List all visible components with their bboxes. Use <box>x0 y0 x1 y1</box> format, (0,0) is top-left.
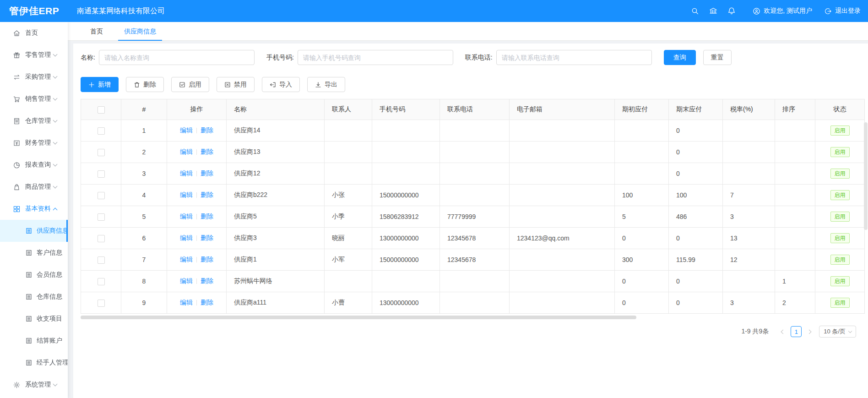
divider <box>196 171 197 176</box>
add-button[interactable]: 新增 <box>81 77 119 92</box>
edit-link[interactable]: 编辑 <box>180 126 193 134</box>
edit-link[interactable]: 编辑 <box>180 234 193 241</box>
gear-icon <box>13 381 21 389</box>
table-row: 9 编辑删除 供应商a111 小曹 13000000000 0 0 3 2 启用 <box>81 292 865 314</box>
vertical-scrollbar[interactable] <box>864 122 868 230</box>
user-menu[interactable]: 欢迎您, 测试用户 <box>753 7 812 15</box>
edit-link[interactable]: 编辑 <box>180 213 193 220</box>
sales-icon <box>13 95 21 103</box>
sidebar-item-member-info[interactable]: 会员信息 <box>0 264 68 286</box>
row-checkbox[interactable] <box>98 127 105 135</box>
sidebar-item-warehouse[interactable]: 仓库管理 <box>0 110 68 132</box>
bell-icon[interactable] <box>722 0 741 22</box>
tel-input[interactable] <box>496 50 652 65</box>
cell-actions: 编辑删除 <box>167 185 227 206</box>
sidebar-item-purchase[interactable]: 采购管理 <box>0 66 68 88</box>
cell-email <box>510 185 615 206</box>
user-icon <box>753 7 760 15</box>
sidebar-item-handler-manage[interactable]: 经手人管理 <box>0 352 68 374</box>
row-checkbox[interactable] <box>98 149 105 156</box>
sidebar-item-basedata[interactable]: 基本资料 <box>0 198 68 220</box>
row-checkbox[interactable] <box>98 170 105 178</box>
prev-page-button[interactable] <box>777 326 788 337</box>
edit-link[interactable]: 编辑 <box>180 169 193 177</box>
edit-link[interactable]: 编辑 <box>180 148 193 155</box>
sidebar-item-income-expense[interactable]: 收支项目 <box>0 308 68 330</box>
goods-icon <box>13 183 21 191</box>
logout-button[interactable]: 退出登录 <box>824 7 861 15</box>
sidebar-item-customer-info[interactable]: 客户信息 <box>0 242 68 264</box>
delete-link[interactable]: 删除 <box>201 277 213 284</box>
cell-end-payable: 0 <box>669 120 723 142</box>
sidebar-item-sales[interactable]: 销售管理 <box>0 88 68 110</box>
doc-icon <box>26 338 32 344</box>
row-checkbox[interactable] <box>98 256 105 264</box>
status-badge: 启用 <box>830 298 850 308</box>
query-button[interactable]: 查询 <box>664 50 696 65</box>
horizontal-scrollbar[interactable] <box>81 316 636 319</box>
sidebar-item-home[interactable]: 首页 <box>0 22 68 44</box>
edit-link[interactable]: 编辑 <box>180 277 193 284</box>
edit-link[interactable]: 编辑 <box>180 191 193 198</box>
sidebar-item-retail[interactable]: 零售管理 <box>0 44 68 66</box>
row-checkbox[interactable] <box>98 235 105 242</box>
delete-link[interactable]: 删除 <box>201 213 213 220</box>
sidebar-item-warehouse-info[interactable]: 仓库信息 <box>0 286 68 308</box>
cell-tel: 12345678 <box>440 249 510 271</box>
mobile-input[interactable] <box>298 50 453 65</box>
tab-home[interactable]: 首页 <box>84 22 109 41</box>
cell-sort <box>775 185 815 206</box>
cell-name: 供应商5 <box>227 206 325 228</box>
chevron-down-icon <box>53 118 58 123</box>
sidebar-item-finance[interactable]: 财务管理 <box>0 132 68 154</box>
tel-label: 联系电话: <box>465 54 493 62</box>
col-end-payable: 期末应付 <box>669 99 723 120</box>
delete-link[interactable]: 删除 <box>201 256 213 263</box>
bank-icon[interactable] <box>704 0 722 22</box>
sidebar-item-settlement-account[interactable]: 结算账户 <box>0 330 68 352</box>
cell-email <box>510 163 615 185</box>
delete-link[interactable]: 删除 <box>201 126 213 134</box>
cell-mobile <box>372 120 440 142</box>
edit-link[interactable]: 编辑 <box>180 256 193 263</box>
cell-tel <box>440 142 510 163</box>
delete-link[interactable]: 删除 <box>201 234 213 241</box>
sidebar-item-report[interactable]: 报表查询 <box>0 154 68 176</box>
doc-icon <box>26 250 32 256</box>
export-button[interactable]: 导出 <box>307 77 345 92</box>
name-input[interactable] <box>99 50 255 65</box>
enable-button[interactable]: 启用 <box>171 77 209 92</box>
cell-email: 1234123@qq.com <box>510 228 615 249</box>
cell-name: 供应商a111 <box>227 292 325 314</box>
sidebar-item-supplier-info[interactable]: 供应商信息 <box>0 220 68 242</box>
tab-supplier-info[interactable]: 供应商信息 <box>118 22 162 41</box>
select-all-checkbox[interactable] <box>98 106 105 114</box>
delete-link[interactable]: 删除 <box>201 148 213 155</box>
delete-link[interactable]: 删除 <box>201 169 213 177</box>
chevron-left-icon <box>781 329 786 334</box>
cell-email <box>510 271 615 292</box>
row-checkbox[interactable] <box>98 213 105 221</box>
delete-button[interactable]: 删除 <box>126 77 164 92</box>
sidebar-item-system[interactable]: 系统管理 <box>0 374 68 396</box>
sidebar-item-goods[interactable]: 商品管理 <box>0 176 68 198</box>
cell-end-payable: 0 <box>669 228 723 249</box>
delete-link[interactable]: 删除 <box>201 299 213 306</box>
cell-end-payable: 0 <box>669 142 723 163</box>
cell-tax: 12 <box>723 249 775 271</box>
app-logo: 管伊佳ERP <box>0 5 68 17</box>
page-size-select[interactable]: 10 条/页 <box>819 326 856 338</box>
search-icon[interactable] <box>686 0 704 22</box>
edit-link[interactable]: 编辑 <box>180 299 193 306</box>
page-number[interactable]: 1 <box>791 326 802 337</box>
row-checkbox[interactable] <box>98 192 105 199</box>
next-page-button[interactable] <box>804 326 815 337</box>
cell-tel <box>440 271 510 292</box>
row-checkbox[interactable] <box>98 278 105 285</box>
delete-link[interactable]: 删除 <box>201 191 213 198</box>
import-button[interactable]: 导入 <box>262 77 300 92</box>
row-checkbox[interactable] <box>98 300 105 307</box>
disable-button[interactable]: 禁用 <box>217 77 255 92</box>
reset-button[interactable]: 重置 <box>703 50 732 65</box>
cell-tax: 3 <box>723 292 775 314</box>
